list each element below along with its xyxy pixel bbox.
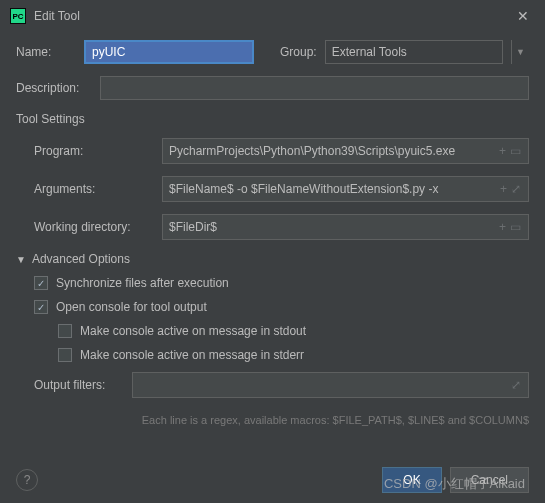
advanced-options-title: Advanced Options — [32, 252, 130, 266]
description-input[interactable] — [100, 76, 529, 100]
help-icon[interactable]: ? — [16, 469, 38, 491]
stderr-label: Make console active on message in stderr — [80, 348, 304, 362]
stdout-label: Make console active on message in stdout — [80, 324, 306, 338]
insert-macro-icon[interactable]: + — [499, 220, 506, 234]
expand-icon[interactable]: ⤢ — [511, 378, 521, 392]
advanced-options-expander[interactable]: ▼ Advanced Options — [16, 252, 529, 266]
stderr-checkbox[interactable] — [58, 348, 72, 362]
open-console-checkbox[interactable] — [34, 300, 48, 314]
output-filters-label: Output filters: — [34, 378, 124, 392]
close-icon[interactable]: ✕ — [511, 8, 535, 24]
open-console-label: Open console for tool output — [56, 300, 207, 314]
group-dropdown[interactable]: External Tools — [325, 40, 503, 64]
insert-macro-icon[interactable]: + — [499, 144, 506, 158]
program-input[interactable] — [162, 138, 529, 164]
sync-label: Synchronize files after execution — [56, 276, 229, 290]
name-label: Name: — [16, 45, 76, 59]
cancel-button[interactable]: Cancel — [450, 467, 529, 493]
working-dir-label: Working directory: — [34, 220, 154, 234]
arguments-label: Arguments: — [34, 182, 154, 196]
description-label: Description: — [16, 81, 92, 95]
ok-button[interactable]: OK — [382, 467, 441, 493]
app-icon: PC — [10, 8, 26, 24]
sync-checkbox[interactable] — [34, 276, 48, 290]
browse-folder-icon[interactable]: ▭ — [510, 144, 521, 158]
name-input[interactable] — [84, 40, 254, 64]
chevron-down-icon[interactable]: ▼ — [511, 40, 529, 64]
expand-icon[interactable]: ⤢ — [511, 182, 521, 196]
output-filters-hint: Each line is a regex, available macros: … — [34, 410, 529, 434]
working-dir-input[interactable] — [162, 214, 529, 240]
tool-settings-title: Tool Settings — [16, 112, 529, 126]
arguments-input[interactable] — [162, 176, 529, 202]
group-dropdown-value: External Tools — [332, 45, 407, 59]
window-title: Edit Tool — [34, 9, 80, 23]
insert-macro-icon[interactable]: + — [500, 182, 507, 196]
dialog-footer: ? OK Cancel — [0, 457, 545, 503]
group-label: Group: — [280, 45, 317, 59]
triangle-down-icon: ▼ — [16, 254, 26, 265]
stdout-checkbox[interactable] — [58, 324, 72, 338]
program-label: Program: — [34, 144, 154, 158]
output-filters-input[interactable] — [132, 372, 529, 398]
browse-folder-icon[interactable]: ▭ — [510, 220, 521, 234]
titlebar: PC Edit Tool ✕ — [0, 0, 545, 32]
